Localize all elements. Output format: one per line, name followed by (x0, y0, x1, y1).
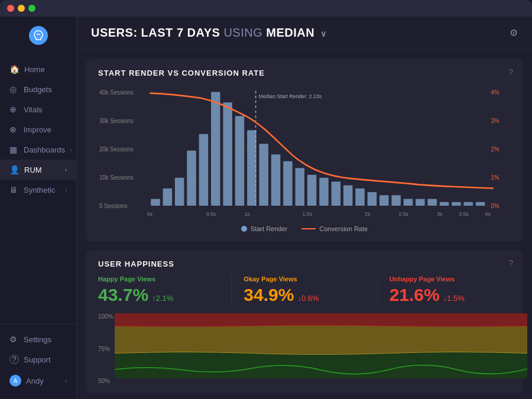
title-chevron[interactable]: ∨ (320, 29, 327, 38)
conversion-rate-legend-label: Conversion Rate (319, 225, 368, 232)
svg-rect-37 (416, 199, 425, 206)
synthetic-chevron: › (65, 187, 67, 193)
title-prefix: USERS: LAST 7 DAYS (91, 26, 220, 39)
svg-rect-36 (404, 199, 413, 206)
sidebar-item-support[interactable]: ? Support (0, 349, 76, 369)
svg-rect-25 (271, 154, 281, 206)
sidebar-item-synthetic[interactable]: 🖥 Synthetic › (0, 180, 76, 200)
user-avatar: A (9, 375, 21, 387)
svg-rect-35 (391, 195, 401, 206)
dashboards-chevron: › (70, 147, 72, 153)
svg-rect-38 (427, 199, 437, 206)
svg-rect-34 (379, 195, 389, 206)
y-label-100: 100% (98, 313, 113, 320)
svg-rect-20 (211, 92, 220, 206)
unhappy-metric: Unhappy Page Views 21.6% ↓1.5% (390, 275, 511, 305)
chart-legend: Start Render Conversion Rate (98, 225, 511, 232)
start-render-legend-dot (241, 226, 247, 232)
budgets-icon: ◎ (9, 85, 19, 94)
svg-text:0 Sessions: 0 Sessions (99, 203, 127, 209)
svg-text:Median Start Render: 2.13s: Median Start Render: 2.13s (258, 93, 322, 99)
okay-percentage: 34.9% (244, 285, 294, 305)
svg-rect-27 (295, 168, 304, 206)
sidebar: 🏠 Home ◎ Budgets ⊕ Vitals ⊗ Improve ▦ Da… (0, 17, 77, 399)
svg-rect-17 (175, 178, 184, 206)
happy-label: Happy Page Views (98, 275, 219, 283)
user-happiness-help[interactable]: ? (508, 258, 513, 268)
user-chevron: › (65, 378, 67, 384)
svg-rect-23 (247, 130, 257, 206)
sidebar-item-improve[interactable]: ⊗ Improve (0, 119, 76, 140)
svg-rect-21 (223, 102, 232, 206)
svg-rect-33 (368, 192, 377, 206)
start-render-legend-label: Start Render (251, 225, 287, 232)
sidebar-item-budgets[interactable]: ◎ Budgets (0, 79, 76, 99)
sidebar-item-settings-label: Settings (24, 335, 51, 344)
title-bar (0, 0, 532, 17)
svg-rect-26 (283, 161, 293, 206)
svg-text:4%: 4% (491, 89, 499, 95)
logo-icon (29, 26, 48, 45)
close-button[interactable] (7, 5, 14, 12)
minimize-button[interactable] (18, 5, 25, 12)
svg-rect-18 (187, 151, 196, 206)
sidebar-item-synthetic-label: Synthetic (24, 186, 55, 194)
unhappy-change: ↓1.5% (443, 294, 465, 303)
svg-rect-28 (307, 175, 317, 206)
start-render-help[interactable]: ? (508, 67, 513, 77)
okay-metric: Okay Page Views 34.9% ↓0.6% (244, 275, 377, 305)
svg-rect-15 (151, 199, 160, 206)
sidebar-item-rum[interactable]: 👤 RUM › (0, 160, 76, 180)
svg-text:2s: 2s (365, 210, 371, 216)
chart-svg: 40k Sessions 30k Sessions 20k Sessions 1… (98, 85, 511, 220)
svg-rect-24 (259, 144, 268, 206)
logo (0, 24, 76, 47)
okay-change: ↓0.6% (297, 294, 319, 303)
page-header: USERS: LAST 7 DAYS USING MEDIAN ∨ ⚙ (77, 17, 532, 50)
app-container: 🏠 Home ◎ Budgets ⊕ Vitals ⊗ Improve ▦ Da… (0, 17, 532, 399)
svg-text:3%: 3% (491, 117, 499, 124)
start-render-card: START RENDER VS CONVERSION RATE ? 40k Se… (86, 59, 523, 242)
svg-rect-29 (319, 178, 329, 206)
sidebar-item-budgets-label: Budgets (24, 85, 52, 94)
okay-label: Okay Page Views (244, 275, 365, 283)
improve-icon: ⊗ (9, 125, 19, 134)
svg-text:30k Sessions: 30k Sessions (99, 117, 134, 124)
sidebar-item-settings[interactable]: ⚙ Settings (0, 329, 76, 349)
svg-text:20k Sessions: 20k Sessions (99, 146, 134, 153)
y-label-75: 75% (98, 346, 113, 352)
svg-text:1%: 1% (491, 174, 499, 181)
svg-rect-22 (235, 116, 245, 206)
svg-text:1s: 1s (244, 210, 250, 216)
home-icon: 🏠 (9, 64, 20, 74)
dashboards-icon: ▦ (9, 145, 19, 154)
svg-rect-30 (332, 181, 341, 206)
gear-icon[interactable]: ⚙ (510, 27, 518, 38)
sidebar-item-vitals-label: Vitals (24, 105, 43, 114)
sidebar-item-user[interactable]: A Andy › (0, 369, 76, 392)
user-happiness-card: USER HAPPINESS ? Happy Page Views 43.7% … (86, 250, 523, 394)
content-area: START RENDER VS CONVERSION RATE ? 40k Se… (77, 50, 532, 399)
svg-text:0.5s: 0.5s (206, 210, 216, 216)
svg-text:3.5s: 3.5s (459, 210, 469, 216)
okay-value: 34.9% ↓0.6% (244, 285, 365, 305)
settings-icon: ⚙ (9, 335, 19, 344)
sidebar-bottom: ⚙ Settings ? Support A Andy › (0, 324, 76, 392)
maximize-button[interactable] (28, 5, 35, 12)
happy-value: 43.7% ↑2.1% (98, 285, 219, 305)
happy-metric: Happy Page Views 43.7% ↑2.1% (98, 275, 232, 305)
unhappy-percentage: 21.6% (390, 285, 440, 305)
sidebar-item-home[interactable]: 🏠 Home (0, 59, 76, 79)
svg-text:0%: 0% (491, 203, 499, 209)
title-using: USING (223, 26, 266, 39)
svg-text:2.5s: 2.5s (398, 210, 408, 216)
title-metric: MEDIAN (266, 26, 314, 39)
svg-rect-31 (343, 185, 353, 206)
svg-rect-16 (163, 189, 173, 206)
support-icon: ? (9, 355, 19, 364)
sidebar-item-dashboards[interactable]: ▦ Dashboards › (0, 140, 76, 160)
sidebar-item-support-label: Support (24, 355, 51, 364)
main-content: USERS: LAST 7 DAYS USING MEDIAN ∨ ⚙ STAR… (77, 17, 532, 399)
svg-rect-40 (452, 202, 461, 206)
sidebar-item-vitals[interactable]: ⊕ Vitals (0, 99, 76, 119)
